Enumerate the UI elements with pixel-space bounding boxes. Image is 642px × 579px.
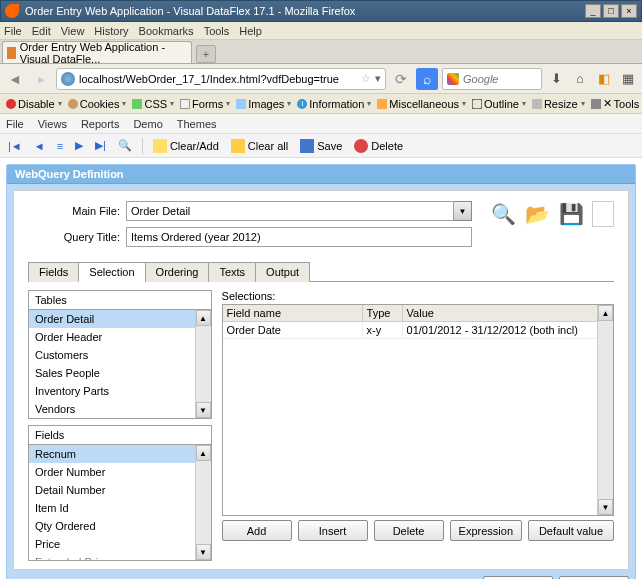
app-menu-themes[interactable]: Themes: [177, 118, 217, 130]
misc-menu[interactable]: Miscellaneous: [375, 98, 468, 110]
menu-view[interactable]: View: [61, 25, 85, 37]
minimize-button[interactable]: _: [585, 4, 601, 18]
app-menu-file[interactable]: File: [6, 118, 24, 130]
tab-texts[interactable]: Texts: [208, 262, 256, 282]
query-title-label: Query Title:: [28, 231, 120, 243]
col-value[interactable]: Value: [403, 305, 613, 321]
search-input[interactable]: [463, 73, 523, 85]
menu-edit[interactable]: Edit: [32, 25, 51, 37]
list-item[interactable]: Qty Ordered: [29, 517, 211, 535]
list-item[interactable]: Inventory Parts: [29, 382, 211, 400]
list-item[interactable]: Sales People: [29, 364, 211, 382]
list-item[interactable]: Price: [29, 535, 211, 553]
fields-header: Fields: [28, 425, 212, 444]
list-item[interactable]: Recnum: [29, 445, 211, 463]
tools-menu[interactable]: ✕Tools: [589, 97, 642, 110]
reload-button[interactable]: ⟳: [390, 68, 412, 90]
home-button[interactable]: ⌂: [570, 69, 590, 89]
url-dropdown-icon[interactable]: ▾: [375, 72, 381, 85]
downloads-button[interactable]: ⬇: [546, 69, 566, 89]
cookies-menu[interactable]: Cookies: [66, 98, 129, 110]
list-item[interactable]: Customers: [29, 346, 211, 364]
maximize-button[interactable]: □: [603, 4, 619, 18]
back-button[interactable]: ◄: [4, 68, 26, 90]
nav-next-button[interactable]: ▶: [71, 137, 87, 154]
clear-all-button[interactable]: Clear all: [227, 137, 292, 155]
tab-selection[interactable]: Selection: [78, 262, 145, 282]
scrollbar[interactable]: ▲▼: [597, 305, 613, 515]
app-menu-reports[interactable]: Reports: [81, 118, 120, 130]
delete-sel-button[interactable]: Delete: [374, 520, 444, 541]
delete-button[interactable]: Delete: [350, 137, 407, 155]
list-item[interactable]: Order Number: [29, 463, 211, 481]
scrollbar[interactable]: ▲▼: [195, 310, 211, 418]
col-type[interactable]: Type: [363, 305, 403, 321]
bookmark-star-icon[interactable]: ☆: [361, 72, 371, 85]
menu-bookmarks[interactable]: Bookmarks: [139, 25, 194, 37]
clear-add-icon: [153, 139, 167, 153]
images-menu[interactable]: Images: [234, 98, 293, 110]
new-doc-icon[interactable]: [592, 201, 614, 227]
url-field[interactable]: localhost/WebOrder_17_1/Index.html?vdfDe…: [56, 68, 386, 90]
menu-history[interactable]: History: [94, 25, 128, 37]
tab-output[interactable]: Output: [255, 262, 310, 282]
main-file-combo[interactable]: ▼: [126, 201, 472, 221]
menu-tools[interactable]: Tools: [204, 25, 230, 37]
nav-last-button[interactable]: ▶|: [91, 137, 110, 154]
add-button[interactable]: Add: [222, 520, 292, 541]
list-item[interactable]: Vendors: [29, 400, 211, 418]
open-folder-icon[interactable]: 📂: [524, 201, 550, 227]
forms-menu[interactable]: Forms: [178, 98, 232, 110]
menu-file[interactable]: File: [4, 25, 22, 37]
insert-button[interactable]: Insert: [298, 520, 368, 541]
outline-menu[interactable]: Outline: [470, 98, 528, 110]
save-disk-icon[interactable]: 💾: [558, 201, 584, 227]
google-search-button[interactable]: ⌕: [416, 68, 438, 90]
list-item[interactable]: Detail Number: [29, 481, 211, 499]
firebug-button[interactable]: ◧: [594, 69, 614, 89]
page-icon: [7, 47, 16, 59]
tables-list[interactable]: Order Detail Order Header Customers Sale…: [28, 309, 212, 419]
list-item[interactable]: Order Header: [29, 328, 211, 346]
table-row[interactable]: Order Date x-y 01/01/2012 - 31/12/2012 (…: [223, 322, 613, 339]
main-file-input[interactable]: [126, 201, 454, 221]
clear-add-button[interactable]: Clear/Add: [149, 137, 223, 155]
tables-header: Tables: [28, 290, 212, 309]
fields-list[interactable]: Recnum Order Number Detail Number Item I…: [28, 444, 212, 561]
nav-first-button[interactable]: |◄: [4, 138, 26, 154]
list-item[interactable]: Item Id: [29, 499, 211, 517]
tab-ordering[interactable]: Ordering: [145, 262, 210, 282]
addon-button[interactable]: ▦: [618, 69, 638, 89]
google-icon: [447, 73, 459, 85]
close-window-button[interactable]: ×: [621, 4, 637, 18]
nav-find-button[interactable]: 🔍: [114, 137, 136, 154]
tab-fields[interactable]: Fields: [28, 262, 79, 282]
nav-stop-button[interactable]: ≡: [53, 138, 67, 154]
info-menu[interactable]: iInformation: [295, 98, 373, 110]
disable-menu[interactable]: Disable: [4, 98, 64, 110]
new-tab-button[interactable]: +: [196, 45, 216, 63]
query-title-input[interactable]: [126, 227, 472, 247]
browser-tab[interactable]: Order Entry Web Application - Visual Dat…: [2, 41, 192, 63]
list-item[interactable]: Order Detail: [29, 310, 211, 328]
app-menu-views[interactable]: Views: [38, 118, 67, 130]
search-box[interactable]: [442, 68, 542, 90]
app-menu-demo[interactable]: Demo: [133, 118, 162, 130]
resize-menu[interactable]: Resize: [530, 98, 587, 110]
expression-button[interactable]: Expression: [450, 520, 522, 541]
window-titlebar: Order Entry Web Application - Visual Dat…: [0, 0, 642, 22]
forward-button[interactable]: ▸: [30, 68, 52, 90]
col-fieldname[interactable]: Field name: [223, 305, 363, 321]
css-menu[interactable]: CSS: [130, 98, 176, 110]
globe-icon: [61, 72, 75, 86]
default-value-button[interactable]: Default value: [528, 520, 614, 541]
list-item[interactable]: Extended Price: [29, 553, 211, 561]
search-icon[interactable]: 🔍: [490, 201, 516, 227]
nav-prev-button[interactable]: ◄: [30, 138, 49, 154]
main-file-dropdown-icon[interactable]: ▼: [454, 201, 472, 221]
webdeveloper-toolbar: Disable Cookies CSS Forms Images iInform…: [0, 94, 642, 114]
save-button[interactable]: Save: [296, 137, 346, 155]
scrollbar[interactable]: ▲▼: [195, 445, 211, 560]
window-title: Order Entry Web Application - Visual Dat…: [25, 5, 583, 17]
menu-help[interactable]: Help: [239, 25, 262, 37]
